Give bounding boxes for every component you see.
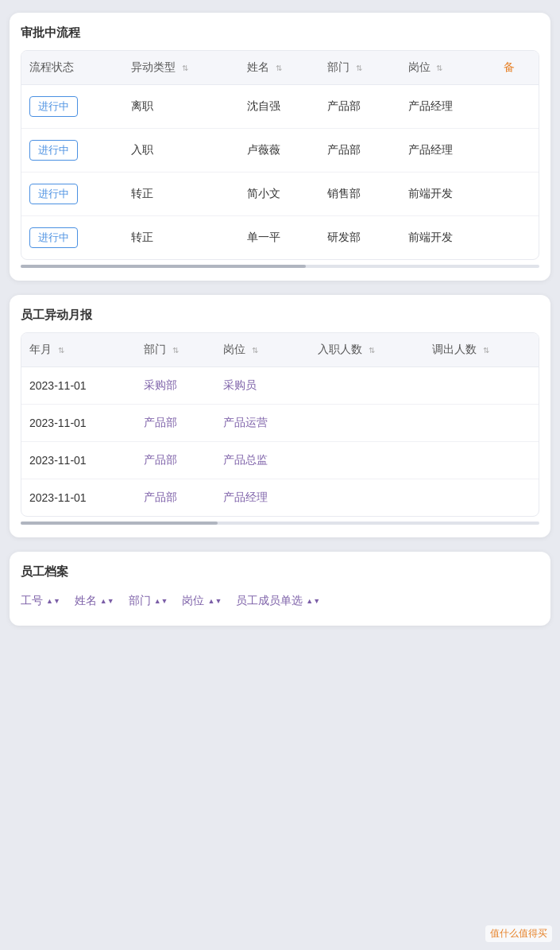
approval-row: 进行中 离职 沈自强 产品部 产品经理 bbox=[21, 85, 539, 129]
approval-cell-dept: 产品部 bbox=[319, 85, 400, 129]
archive-col-dept-label: 部门 bbox=[129, 594, 151, 608]
col-name[interactable]: 姓名 ⇅ bbox=[239, 51, 319, 85]
monthly-cell-dept: 产品部 bbox=[136, 479, 215, 517]
monthly-cell-dept: 采购部 bbox=[136, 367, 215, 405]
archive-col-pos[interactable]: 岗位 ▲▼ bbox=[182, 594, 222, 608]
monthly-cell-date: 2023-11-01 bbox=[21, 405, 136, 442]
status-badge[interactable]: 进行中 bbox=[29, 96, 78, 117]
monthly-title: 员工异动月报 bbox=[21, 308, 539, 323]
monthly-cell-date: 2023-11-01 bbox=[21, 479, 136, 517]
approval-cell-name: 沈自强 bbox=[239, 85, 319, 129]
monthly-cell-dept: 产品部 bbox=[136, 442, 215, 479]
monthly-col-pos[interactable]: 岗位 ⇅ bbox=[215, 333, 310, 367]
status-badge[interactable]: 进行中 bbox=[29, 227, 78, 248]
watermark: 值什么值得买 bbox=[485, 925, 552, 942]
approval-cell-type: 转正 bbox=[123, 173, 239, 216]
archive-title: 员工档案 bbox=[21, 564, 539, 580]
approval-cell-status: 进行中 bbox=[21, 85, 123, 129]
monthly-row: 2023-11-01 产品部 产品运营 bbox=[21, 405, 539, 442]
monthly-cell-pos: 产品运营 bbox=[215, 405, 310, 442]
monthly-cell-pos: 产品经理 bbox=[215, 479, 310, 517]
approval-row: 进行中 转正 简小文 销售部 前端开发 bbox=[21, 173, 539, 216]
monthly-col-dept[interactable]: 部门 ⇅ bbox=[136, 333, 215, 367]
monthly-col-hire-label: 入职人数 bbox=[318, 343, 362, 355]
archive-col-id-label: 工号 bbox=[21, 594, 43, 608]
archive-col-name-sort: ▲▼ bbox=[100, 598, 114, 605]
monthly-col-transfer[interactable]: 调出人数 ⇅ bbox=[424, 333, 539, 367]
approval-table-header-row: 流程状态 异动类型 ⇅ 姓名 ⇅ 部门 ⇅ bbox=[21, 51, 539, 85]
archive-col-name[interactable]: 姓名 ▲▼ bbox=[75, 594, 114, 608]
approval-table: 流程状态 异动类型 ⇅ 姓名 ⇅ 部门 ⇅ bbox=[21, 51, 539, 259]
col-extra-label: 备 bbox=[504, 60, 515, 73]
monthly-col-hire[interactable]: 入职人数 ⇅ bbox=[310, 333, 424, 367]
monthly-cell-hire bbox=[310, 479, 424, 517]
approval-cell-extra bbox=[496, 85, 539, 129]
approval-row: 进行中 转正 单一平 研发部 前端开发 bbox=[21, 216, 539, 260]
col-position-label: 岗位 bbox=[408, 60, 431, 73]
col-extra: 备 bbox=[496, 51, 539, 85]
archive-col-member[interactable]: 员工成员单选 ▲▼ bbox=[236, 594, 320, 608]
monthly-row: 2023-11-01 采购部 采购员 bbox=[21, 367, 539, 405]
approval-cell-name: 单一平 bbox=[239, 216, 319, 260]
col-dept[interactable]: 部门 ⇅ bbox=[319, 51, 400, 85]
approval-scroll-indicator bbox=[21, 265, 539, 268]
approval-cell-extra bbox=[496, 216, 539, 260]
monthly-col-transfer-label: 调出人数 bbox=[432, 343, 477, 355]
archive-col-dept[interactable]: 部门 ▲▼ bbox=[129, 594, 168, 608]
approval-cell-type: 离职 bbox=[123, 85, 239, 129]
col-dept-label: 部门 bbox=[327, 60, 350, 73]
monthly-table-wrapper[interactable]: 年月 ⇅ 部门 ⇅ 岗位 ⇅ 入职人数 ⇅ bbox=[21, 332, 539, 517]
approval-cell-type: 入职 bbox=[123, 129, 239, 173]
monthly-header-row: 年月 ⇅ 部门 ⇅ 岗位 ⇅ 入职人数 ⇅ bbox=[21, 333, 539, 367]
approval-cell-dept: 产品部 bbox=[319, 129, 400, 173]
monthly-cell-hire bbox=[310, 367, 424, 405]
monthly-cell-pos: 产品总监 bbox=[215, 442, 310, 479]
approval-cell-position: 前端开发 bbox=[400, 173, 496, 216]
archive-col-id[interactable]: 工号 ▲▼ bbox=[21, 594, 60, 608]
status-badge[interactable]: 进行中 bbox=[29, 184, 78, 204]
col-type-label: 异动类型 bbox=[131, 60, 176, 73]
monthly-cell-hire bbox=[310, 442, 424, 479]
monthly-cell-transfer bbox=[424, 442, 539, 479]
approval-cell-status: 进行中 bbox=[21, 173, 123, 216]
col-position[interactable]: 岗位 ⇅ bbox=[400, 51, 496, 85]
monthly-col-transfer-sort: ⇅ bbox=[483, 346, 489, 355]
approval-cell-status: 进行中 bbox=[21, 216, 123, 260]
archive-col-member-label: 员工成员单选 bbox=[236, 594, 303, 608]
monthly-cell-transfer bbox=[424, 405, 539, 442]
archive-col-member-sort: ▲▼ bbox=[306, 598, 320, 605]
approval-card: 审批中流程 流程状态 异动类型 ⇅ 姓名 ⇅ bbox=[10, 13, 550, 281]
monthly-col-date[interactable]: 年月 ⇅ bbox=[21, 333, 136, 367]
approval-table-wrapper[interactable]: 流程状态 异动类型 ⇅ 姓名 ⇅ 部门 ⇅ bbox=[21, 50, 539, 260]
monthly-row: 2023-11-01 产品部 产品总监 bbox=[21, 442, 539, 479]
approval-cell-name: 卢薇薇 bbox=[239, 129, 319, 173]
approval-cell-extra bbox=[496, 173, 539, 216]
monthly-col-pos-sort: ⇅ bbox=[252, 346, 258, 355]
status-badge[interactable]: 进行中 bbox=[29, 140, 78, 161]
col-status-label: 流程状态 bbox=[29, 60, 74, 73]
archive-col-pos-sort: ▲▼ bbox=[207, 598, 222, 605]
monthly-cell-hire bbox=[310, 405, 424, 442]
archive-col-dept-sort: ▲▼ bbox=[154, 598, 168, 605]
monthly-col-dept-label: 部门 bbox=[144, 343, 166, 355]
monthly-cell-transfer bbox=[424, 479, 539, 517]
col-type[interactable]: 异动类型 ⇅ bbox=[123, 51, 239, 85]
approval-table-container: 流程状态 异动类型 ⇅ 姓名 ⇅ 部门 ⇅ bbox=[21, 50, 539, 268]
col-name-sort: ⇅ bbox=[276, 64, 282, 72]
monthly-card: 员工异动月报 年月 ⇅ 部门 ⇅ 岗位 ⇅ bbox=[10, 295, 550, 537]
col-status: 流程状态 bbox=[21, 51, 123, 85]
approval-cell-dept: 研发部 bbox=[319, 216, 400, 260]
monthly-cell-transfer bbox=[424, 367, 539, 405]
archive-col-id-sort: ▲▼ bbox=[46, 598, 60, 605]
monthly-cell-date: 2023-11-01 bbox=[21, 367, 136, 405]
monthly-col-date-sort: ⇅ bbox=[58, 346, 64, 355]
monthly-scroll-thumb bbox=[21, 522, 218, 525]
approval-scroll-thumb bbox=[21, 265, 306, 268]
archive-col-name-label: 姓名 bbox=[75, 594, 97, 608]
col-dept-sort: ⇅ bbox=[356, 64, 362, 72]
approval-cell-status: 进行中 bbox=[21, 129, 123, 173]
approval-cell-name: 简小文 bbox=[239, 173, 319, 216]
monthly-table: 年月 ⇅ 部门 ⇅ 岗位 ⇅ 入职人数 ⇅ bbox=[21, 333, 539, 516]
monthly-col-hire-sort: ⇅ bbox=[369, 346, 375, 355]
col-position-sort: ⇅ bbox=[436, 64, 442, 72]
